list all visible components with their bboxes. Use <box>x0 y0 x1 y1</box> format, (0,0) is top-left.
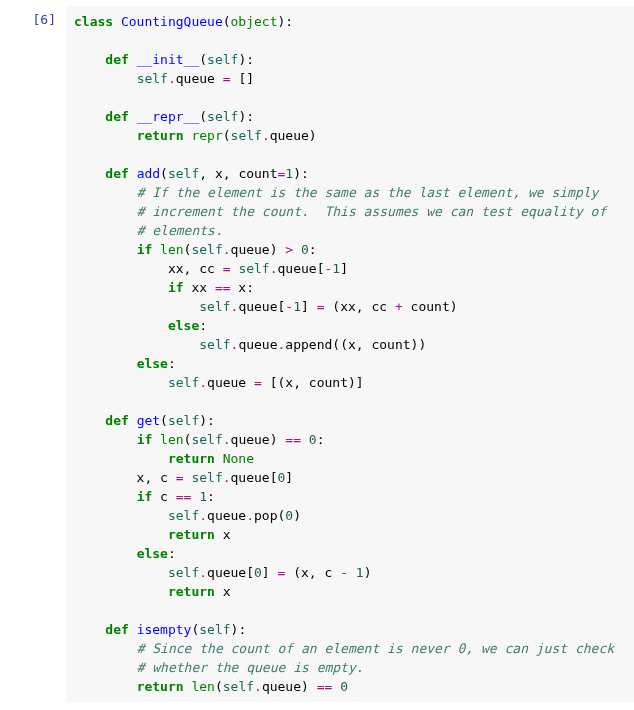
code-line: else: <box>74 316 626 335</box>
code-line: return x <box>74 582 626 601</box>
code-line: self.queue = [] <box>74 69 626 88</box>
code-line: def __init__(self): <box>74 50 626 69</box>
code-cell: [6] class CountingQueue(object): def __i… <box>0 0 634 708</box>
code-line: def isempty(self): <box>74 620 626 639</box>
code-line: def get(self): <box>74 411 626 430</box>
code-editor[interactable]: class CountingQueue(object): def __init_… <box>66 6 634 702</box>
code-line: if len(self.queue) > 0: <box>74 240 626 259</box>
code-line: # increment the count. This assumes we c… <box>74 202 626 221</box>
code-line: return repr(self.queue) <box>74 126 626 145</box>
code-line: return x <box>74 525 626 544</box>
code-line: self.queue = [(x, count)] <box>74 373 626 392</box>
code-line <box>74 392 626 411</box>
code-line: self.queue[0] = (x, c - 1) <box>74 563 626 582</box>
code-line: else: <box>74 354 626 373</box>
code-line: return len(self.queue) == 0 <box>74 677 626 696</box>
code-line: self.queue.append((x, count)) <box>74 335 626 354</box>
code-line: x, c = self.queue[0] <box>74 468 626 487</box>
code-line <box>74 88 626 107</box>
code-line: # whether the queue is empty. <box>74 658 626 677</box>
code-line: else: <box>74 544 626 563</box>
code-line <box>74 601 626 620</box>
code-line: if xx == x: <box>74 278 626 297</box>
code-line: # elements. <box>74 221 626 240</box>
code-line <box>74 31 626 50</box>
code-line: if len(self.queue) == 0: <box>74 430 626 449</box>
code-line: if c == 1: <box>74 487 626 506</box>
cell-prompt: [6] <box>2 6 66 29</box>
code-line: # If the element is the same as the last… <box>74 183 626 202</box>
code-line: # Since the count of an element is never… <box>74 639 626 658</box>
code-line: def add(self, x, count=1): <box>74 164 626 183</box>
code-line: def __repr__(self): <box>74 107 626 126</box>
code-line: self.queue.pop(0) <box>74 506 626 525</box>
code-line <box>74 145 626 164</box>
code-line: return None <box>74 449 626 468</box>
code-line: class CountingQueue(object): <box>74 12 626 31</box>
code-line: self.queue[-1] = (xx, cc + count) <box>74 297 626 316</box>
code-line: xx, cc = self.queue[-1] <box>74 259 626 278</box>
